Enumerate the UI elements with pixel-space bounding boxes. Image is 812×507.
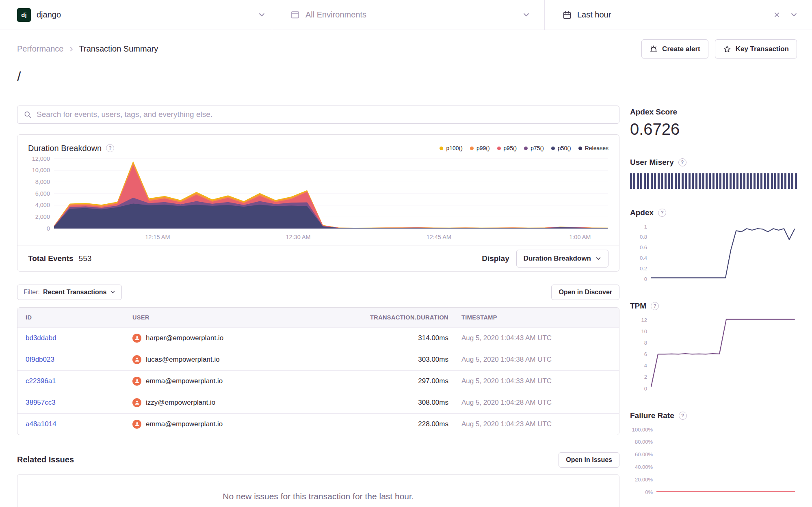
transaction-duration: 303.00ms bbox=[351, 356, 457, 364]
svg-text:6,000: 6,000 bbox=[35, 190, 50, 196]
open-in-discover-button[interactable]: Open in Discover bbox=[551, 285, 619, 300]
chevron-right-icon bbox=[69, 46, 74, 52]
chevron-down-icon[interactable] bbox=[258, 11, 265, 18]
user-avatar-icon bbox=[132, 377, 141, 386]
project-name: django bbox=[37, 10, 61, 19]
chevron-down-icon bbox=[110, 289, 115, 295]
event-id-link[interactable]: bd3ddabd bbox=[26, 334, 56, 342]
svg-text:12: 12 bbox=[641, 317, 647, 323]
table-row: 0f9db023lucas@empowerplant.io303.00msAug… bbox=[17, 349, 619, 370]
transactions-filter-dropdown[interactable]: Filter: Recent Transactions bbox=[17, 285, 122, 300]
svg-text:0.8: 0.8 bbox=[640, 234, 647, 240]
user-email: emma@empowerplant.io bbox=[146, 377, 223, 385]
close-icon[interactable] bbox=[774, 12, 780, 18]
failure-rate-chart: 100.00%80.00%60.00%40.00%20.00%0% bbox=[630, 426, 797, 495]
user-cell: emma@empowerplant.io bbox=[124, 420, 351, 429]
svg-text:0: 0 bbox=[644, 385, 647, 391]
event-id-link[interactable]: 0f9db023 bbox=[26, 356, 54, 363]
svg-text:80.00%: 80.00% bbox=[635, 439, 653, 445]
table-row: a48a1014emma@empowerplant.io228.00msAug … bbox=[17, 413, 619, 435]
user-cell: izzy@empowerplant.io bbox=[124, 398, 351, 407]
display-dropdown[interactable]: Duration Breakdown bbox=[516, 250, 608, 268]
help-icon[interactable]: ? bbox=[679, 412, 687, 420]
column-header-duration: TRANSACTION.DURATION bbox=[351, 308, 457, 327]
apdex-heading: Apdex ? bbox=[630, 208, 797, 217]
timestamp: Aug 5, 2020 1:04:28 AM UTC bbox=[457, 399, 619, 407]
svg-text:12,000: 12,000 bbox=[32, 155, 50, 162]
help-icon[interactable]: ? bbox=[658, 209, 666, 217]
calendar-icon bbox=[563, 11, 572, 19]
svg-text:8: 8 bbox=[644, 340, 647, 346]
user-email: lucas@empowerplant.io bbox=[146, 356, 220, 364]
legend-item-p50[interactable]: p50() bbox=[551, 145, 571, 151]
event-id-link[interactable]: c22396a1 bbox=[26, 377, 56, 385]
svg-text:0%: 0% bbox=[645, 489, 653, 495]
chevron-down-icon[interactable] bbox=[790, 11, 797, 18]
user-email: emma@empowerplant.io bbox=[146, 420, 223, 428]
user-misery-bars bbox=[630, 173, 797, 189]
svg-text:10: 10 bbox=[641, 328, 647, 334]
environment-value: All Environments bbox=[305, 10, 366, 19]
timestamp: Aug 5, 2020 1:04:33 AM UTC bbox=[457, 377, 619, 385]
duration-breakdown-title: Duration Breakdown bbox=[28, 144, 102, 153]
related-issues-title: Related Issues bbox=[17, 455, 74, 464]
table-row: c22396a1emma@empowerplant.io297.00msAug … bbox=[17, 370, 619, 392]
svg-text:1:00 AM: 1:00 AM bbox=[569, 234, 591, 240]
open-in-issues-button[interactable]: Open in Issues bbox=[559, 452, 619, 468]
svg-text:8,000: 8,000 bbox=[35, 179, 50, 185]
environment-selector[interactable]: All Environments bbox=[272, 0, 544, 30]
legend-item-p95[interactable]: p95() bbox=[497, 145, 517, 151]
svg-text:40.00%: 40.00% bbox=[635, 464, 653, 470]
duration-breakdown-chart[interactable]: 12,00010,0008,0006,0004,0002,000012:15 A… bbox=[22, 155, 613, 241]
duration-breakdown-panel: Duration Breakdown ? p100()p99()p95()p75… bbox=[17, 134, 619, 272]
total-events-label: Total Events bbox=[28, 254, 74, 263]
svg-text:10,000: 10,000 bbox=[32, 167, 50, 173]
legend-item-p100[interactable]: p100() bbox=[440, 145, 462, 151]
page-title: / bbox=[17, 69, 797, 84]
transaction-duration: 314.00ms bbox=[351, 334, 457, 342]
svg-text:4,000: 4,000 bbox=[35, 202, 50, 208]
breadcrumb: Performance Transaction Summary bbox=[17, 44, 158, 54]
date-range-selector[interactable]: Last hour bbox=[545, 0, 797, 30]
chevron-down-icon[interactable] bbox=[523, 11, 530, 18]
timestamp: Aug 5, 2020 1:04:38 AM UTC bbox=[457, 356, 619, 364]
project-selector[interactable]: dj django bbox=[17, 0, 272, 30]
search-icon bbox=[24, 110, 32, 119]
svg-text:100.00%: 100.00% bbox=[632, 426, 653, 432]
legend-item-Releases[interactable]: Releases bbox=[578, 145, 608, 151]
transaction-duration: 308.00ms bbox=[351, 399, 457, 407]
breadcrumb-performance-link[interactable]: Performance bbox=[17, 44, 64, 54]
environments-icon bbox=[290, 10, 300, 19]
related-issues-panel: No new issues for this transaction for t… bbox=[17, 474, 619, 507]
sidebar: Apdex Score 0.6726 User Misery ? Apdex ?… bbox=[630, 84, 797, 507]
create-alert-button[interactable]: Create alert bbox=[641, 39, 708, 58]
user-cell: emma@empowerplant.io bbox=[124, 377, 351, 386]
svg-text:12:30 AM: 12:30 AM bbox=[286, 234, 310, 240]
svg-text:0: 0 bbox=[47, 225, 50, 231]
apdex-score-value: 0.6726 bbox=[630, 120, 797, 138]
tpm-chart: 121086420 bbox=[630, 317, 797, 392]
transaction-duration: 297.00ms bbox=[351, 377, 457, 385]
legend-item-p75[interactable]: p75() bbox=[524, 145, 544, 151]
svg-text:0.6: 0.6 bbox=[640, 244, 647, 250]
timestamp: Aug 5, 2020 1:04:23 AM UTC bbox=[457, 420, 619, 428]
user-cell: harper@empowerplant.io bbox=[124, 334, 351, 343]
event-id-link[interactable]: a48a1014 bbox=[26, 420, 56, 428]
breadcrumb-current: Transaction Summary bbox=[79, 44, 158, 54]
help-icon[interactable]: ? bbox=[106, 144, 114, 152]
related-issues-empty-message: No new issues for this transaction for t… bbox=[223, 492, 414, 507]
key-transaction-button[interactable]: Key Transaction bbox=[715, 39, 797, 58]
help-icon[interactable]: ? bbox=[678, 158, 686, 166]
user-email: izzy@empowerplant.io bbox=[146, 399, 215, 407]
failure-rate-heading: Failure Rate ? bbox=[630, 411, 797, 420]
star-icon bbox=[723, 45, 731, 53]
page-header: Performance Transaction Summary Create a… bbox=[0, 30, 812, 84]
help-icon[interactable]: ? bbox=[651, 302, 659, 310]
legend-item-p99[interactable]: p99() bbox=[470, 145, 490, 151]
search-input[interactable] bbox=[37, 110, 613, 119]
table-row: bd3ddabdharper@empowerplant.io314.00msAu… bbox=[17, 327, 619, 349]
svg-text:60.00%: 60.00% bbox=[635, 451, 653, 457]
tpm-heading: TPM ? bbox=[630, 302, 797, 311]
event-id-link[interactable]: 38957cc3 bbox=[26, 399, 56, 406]
column-header-id: ID bbox=[17, 308, 124, 327]
